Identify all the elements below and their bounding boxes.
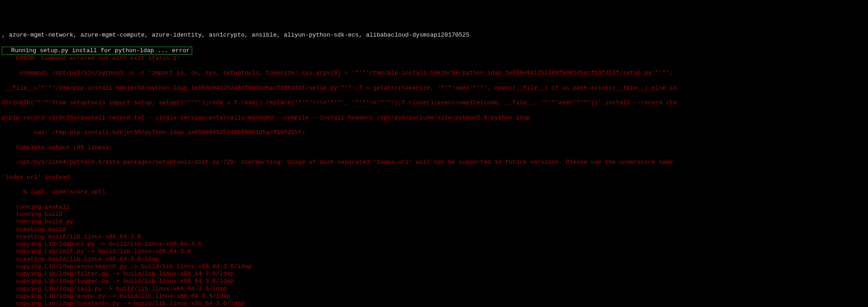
build-line: copying Lib/ldap/logger.py -> build/lib.… [2,278,868,285]
warning-line-2: 'index_url' instead [2,174,868,181]
error-header: ERROR: Command errored out with exit sta… [2,55,868,62]
command-line-1: command: /opt/py3/bin/python3 -u -c 'imp… [2,70,868,77]
build-line: creating build [2,226,868,233]
highlight-error: Running setup.py install for python-ldap… [2,47,192,55]
warning-line-1: /opt/py3/lib64/python3.6/site-packages/s… [2,159,868,166]
build-line: running build_py [2,218,868,226]
output-header: Complete output (85 lines): [2,144,868,151]
command-line-2: __file__='"'"'/tmp/pip-install-hdkjbr58/… [2,85,868,92]
build-line: copying Lib/ldap/asyncsearch.py -> build… [2,263,868,270]
build-line: copying Lib/ldap/filter.py -> build/lib.… [2,270,868,278]
command-line-3: StringIO('"'"'from setuptools import set… [2,99,868,107]
build-line: running install [2,204,868,211]
warning-line-3: % (opt, underscore_opt) [2,189,868,196]
packages-line: , azure-mgmt-network, azure-mgmt-compute… [2,32,868,39]
build-line: running build [2,211,868,218]
build-line: copying Lib/ldapurl.py -> build/lib.linu… [2,241,868,248]
command-line-4: p/pip-record-v3r9c56y/install-record.txt… [2,114,868,122]
build-line: copying Lib/ldap/sasl.py -> build/lib.li… [2,285,868,293]
build-line: copying Lib/ldif.py -> build/lib.linux-x… [2,248,868,255]
build-line: creating build/lib.linux-x86_64-3.6 [2,233,868,241]
build-line: creating build/lib.linux-x86_64-3.6/ldap [2,256,868,263]
build-line: copying Lib/ldap/async.py -> build/lib.l… [2,293,868,300]
cwd-line: cwd: /tmp/pip-install-hdkjbr58/python-ld… [2,129,868,136]
build-line: copying Lib/ldap/constants.py -> build/l… [2,300,868,307]
build-output: running install running build running bu… [2,204,868,307]
